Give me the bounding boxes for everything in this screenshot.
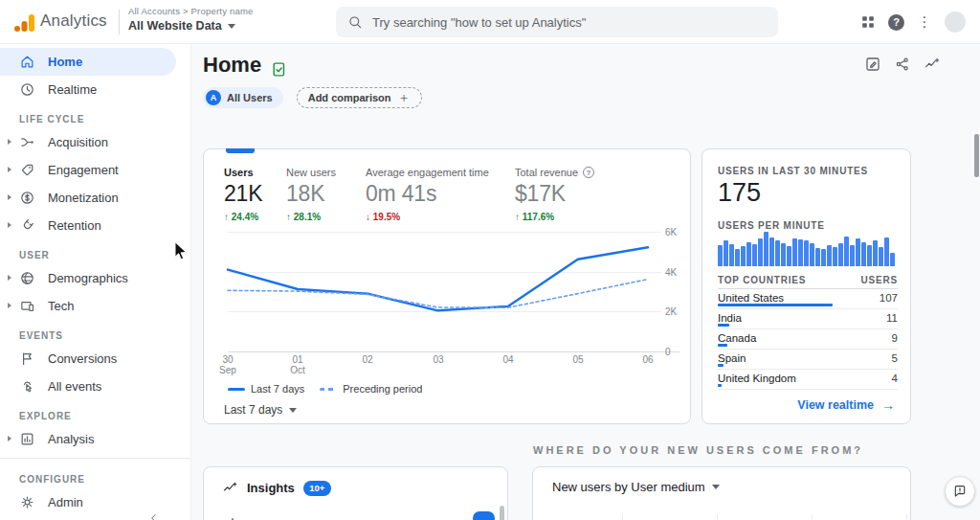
metric-label: Users [224, 167, 262, 178]
insights-icon[interactable] [924, 56, 941, 73]
account-breadcrumb[interactable]: All Accounts > Property name [128, 6, 253, 16]
help-icon[interactable]: ? [888, 14, 904, 31]
sidebar-item-conversions[interactable]: Conversions [0, 345, 190, 373]
share-icon[interactable] [894, 56, 911, 73]
sidebar-navigation: HomeRealtimeLIFE CYCLEAcquisitionEngagem… [0, 44, 191, 520]
view-realtime-label: View realtime [797, 398, 874, 412]
search-bar[interactable] [336, 7, 778, 37]
feedback-button[interactable] [945, 476, 975, 507]
insights-title: Insights [247, 481, 295, 495]
customize-report-icon[interactable] [864, 56, 881, 73]
new-users-section-label: WHERE DO YOUR NEW USERS COME FROM? [533, 444, 863, 456]
sidebar-item-analysis[interactable]: Analysis [0, 425, 190, 453]
country-name: United Kingdom [718, 373, 796, 384]
view-realtime-link[interactable]: View realtime → [797, 397, 895, 413]
insights-scrollbar[interactable] [500, 506, 504, 520]
users-per-minute-label: USERS PER MINUTE [718, 220, 825, 231]
x-axis-label: 30Sep [209, 354, 247, 375]
search-icon [347, 14, 363, 30]
sidebar-section-life-cycle: LIFE CYCLE [0, 103, 190, 128]
new-users-dimension-label: New users by User medium [552, 480, 705, 494]
new-users-dimension-selector[interactable]: New users by User medium [552, 480, 720, 494]
metric-total-revenue[interactable]: Total revenue?$17K↑ 117.6% [515, 167, 594, 222]
page-title: Home [203, 53, 287, 78]
insights-header[interactable]: Insights 10+ [222, 480, 331, 496]
minute-bar [746, 242, 751, 266]
minute-bar [844, 237, 849, 266]
minute-bar [821, 249, 826, 266]
sidebar-item-label: Engagement [48, 163, 119, 177]
country-users: 107 [880, 292, 898, 304]
y-axis-label: 6K [665, 227, 690, 237]
comparison-chip-all-users[interactable]: A All Users [203, 87, 283, 108]
country-users: 11 [886, 312, 898, 324]
sidebar-item-retention[interactable]: Retention [0, 212, 190, 239]
legend-swatch [228, 388, 245, 391]
sidebar-item-all-events[interactable]: All events [0, 373, 190, 400]
conversions-icon [19, 350, 35, 367]
overview-metrics-card: Users21K↑ 24.4%New users18K↑ 28.1%Averag… [203, 148, 691, 424]
minute-bar [856, 238, 860, 266]
add-comparison-button[interactable]: Add comparison ＋ [297, 87, 422, 108]
arrow-right-icon: → [881, 397, 895, 413]
y-axis-label: 4K [665, 267, 690, 278]
sidebar-item-realtime[interactable]: Realtime [0, 76, 190, 103]
minute-bar [798, 239, 803, 266]
sidebar-item-demographics[interactable]: Demographics [0, 264, 190, 292]
users-column-header: USERS [861, 275, 898, 285]
page-title-text: Home [203, 53, 261, 78]
minute-bar [810, 243, 814, 266]
date-range-selector[interactable]: Last 7 days [224, 403, 297, 417]
country-name: Canada [718, 332, 756, 344]
minute-bar [741, 246, 746, 266]
sidebar-item-admin[interactable]: Admin [0, 488, 190, 516]
legend-label: Last 7 days [251, 383, 304, 395]
monetization-icon [19, 190, 35, 206]
minute-bar [850, 245, 855, 266]
avatar[interactable] [945, 11, 966, 33]
sidebar-item-engagement[interactable]: Engagement [0, 156, 190, 184]
expand-caret-icon [8, 303, 11, 308]
metric-new-users[interactable]: New users18K↑ 28.1% [286, 167, 336, 222]
metric-users[interactable]: Users21K↑ 24.4% [224, 167, 262, 222]
search-input[interactable] [372, 15, 767, 30]
sidebar-collapse-icon[interactable] [147, 511, 161, 520]
property-name: All Website Data [128, 19, 222, 33]
help-icon[interactable]: ? [583, 167, 594, 178]
minute-bar [833, 247, 837, 266]
home-icon [19, 54, 35, 70]
apps-grid-icon[interactable] [858, 12, 878, 32]
metric-value: $17K [515, 181, 594, 207]
legend-item-last-7-days: Last 7 days [228, 383, 304, 395]
gridline [812, 514, 813, 520]
retention-icon [19, 217, 35, 234]
sidebar-item-tech[interactable]: Tech [0, 292, 190, 320]
realtime-title: USERS IN LAST 30 MINUTES [718, 166, 868, 176]
minute-bar [729, 244, 734, 266]
property-selector[interactable]: All Website Data [128, 19, 253, 33]
country-row-spain: Spain5 [718, 350, 898, 370]
country-users: 5 [892, 352, 898, 364]
minute-bar [764, 232, 768, 266]
sidebar-item-label: Conversions [48, 351, 117, 366]
page-scrollbar[interactable] [974, 134, 979, 177]
clock-icon [19, 81, 35, 98]
minute-bar [838, 243, 843, 266]
metric-change: ↑ 28.1% [286, 212, 336, 222]
minute-bar [884, 237, 889, 266]
sparkle-icon [227, 515, 238, 520]
sidebar-item-monetization[interactable]: Monetization [0, 184, 190, 212]
minute-bar [752, 244, 757, 266]
chevron-down-icon [228, 24, 235, 29]
more-options-icon[interactable]: ⋮ [915, 12, 934, 32]
top-countries-header: TOP COUNTRIES [718, 275, 806, 285]
insights-card: Insights 10+ [203, 466, 508, 520]
sidebar-item-acquisition[interactable]: Acquisition [0, 128, 190, 156]
metric-average-engagement-time[interactable]: Average engagement time0m 41s↓ 19.5% [366, 167, 489, 222]
report-check-icon [271, 58, 287, 75]
insight-chip-partial[interactable] [473, 511, 495, 520]
expand-caret-icon [8, 275, 11, 281]
minute-bar [804, 240, 809, 266]
header-divider [119, 10, 120, 34]
sidebar-item-home[interactable]: Home [0, 48, 176, 76]
